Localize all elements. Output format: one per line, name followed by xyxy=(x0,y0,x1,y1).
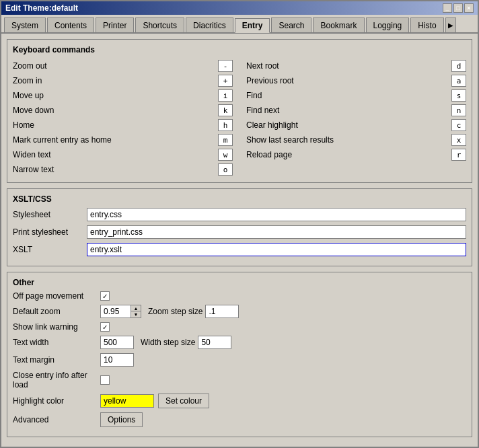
zoom-step-label: Zoom step size xyxy=(148,307,202,316)
show-link-checkbox[interactable]: ✓ xyxy=(100,322,110,332)
main-content: Keyboard commands Zoom out - Zoom in + M… xyxy=(1,34,478,447)
kbd-row-clear-highlight: Clear highlight c xyxy=(246,118,466,133)
keyboard-grid: Zoom out - Zoom in + Move up i Move down… xyxy=(13,59,466,177)
text-margin-row: Text margin xyxy=(13,353,466,367)
kbd-row-narrow: Narrow text o xyxy=(13,162,233,177)
default-zoom-spinner: ▲ ▼ xyxy=(100,305,141,318)
kbd-move-up-label: Move up xyxy=(13,91,218,100)
xslt-css-title: XSLT/CSS xyxy=(13,194,466,204)
highlight-color-row: Highlight color Set colour xyxy=(13,394,466,408)
maximize-button[interactable]: □ xyxy=(453,3,463,13)
kbd-clear-highlight-label: Clear highlight xyxy=(246,120,451,130)
kbd-row-prev-root: Previous root a xyxy=(246,73,466,88)
tab-system[interactable]: System xyxy=(4,17,46,32)
xslt-label: XSLT xyxy=(13,245,87,254)
kbd-home-key[interactable]: h xyxy=(218,119,233,131)
minimize-button[interactable]: _ xyxy=(443,3,452,13)
keyboard-left: Zoom out - Zoom in + Move up i Move down… xyxy=(13,59,233,177)
stylesheet-input[interactable] xyxy=(87,208,466,221)
default-zoom-label: Default zoom xyxy=(13,307,100,316)
spin-buttons: ▲ ▼ xyxy=(131,305,141,318)
advanced-label: Advanced xyxy=(13,415,100,424)
kbd-home-label: Home xyxy=(13,120,218,130)
xslt-input[interactable] xyxy=(87,243,466,256)
text-margin-input[interactable] xyxy=(100,353,134,367)
width-step-input[interactable] xyxy=(198,336,231,349)
kbd-prev-root-key[interactable]: a xyxy=(451,75,466,87)
spin-up-button[interactable]: ▲ xyxy=(131,305,141,311)
kbd-next-root-key[interactable]: d xyxy=(451,60,466,72)
tabs-bar: System Contents Printer Shortcuts Diacri… xyxy=(1,15,478,34)
tab-diacritics[interactable]: Diacritics xyxy=(186,17,233,32)
print-stylesheet-input[interactable] xyxy=(87,225,466,239)
default-zoom-input[interactable] xyxy=(100,305,131,318)
keyboard-section: Keyboard commands Zoom out - Zoom in + M… xyxy=(7,39,472,183)
set-colour-button[interactable]: Set colour xyxy=(158,394,209,408)
kbd-row-find: Find s xyxy=(246,88,466,103)
kbd-narrow-label: Narrow text xyxy=(13,165,218,174)
kbd-find-label: Find xyxy=(246,91,451,100)
tab-search[interactable]: Search xyxy=(271,17,311,32)
tab-histo[interactable]: Histo xyxy=(410,17,443,32)
off-page-checkbox[interactable]: ✓ xyxy=(100,291,110,301)
kbd-mark-home-key[interactable]: m xyxy=(218,134,233,146)
show-link-row: Show link warning ✓ xyxy=(13,322,466,332)
kbd-last-search-key[interactable]: x xyxy=(451,134,466,146)
tab-bookmark[interactable]: Bookmark xyxy=(313,17,364,32)
kbd-reload-label: Reload page xyxy=(246,150,451,159)
kbd-narrow-key[interactable]: o xyxy=(218,163,233,176)
tab-contents[interactable]: Contents xyxy=(47,17,94,32)
tab-more-button[interactable]: ▶ xyxy=(445,17,456,32)
kbd-row-find-next: Find next n xyxy=(246,103,466,118)
kbd-clear-highlight-key[interactable]: c xyxy=(451,119,466,131)
kbd-find-next-label: Find next xyxy=(246,106,451,115)
width-step-label: Width step size xyxy=(141,338,195,347)
titlebar-controls: _ □ × xyxy=(443,3,474,13)
kbd-zoom-in-key[interactable]: + xyxy=(218,75,233,87)
kbd-widen-key[interactable]: w xyxy=(218,149,233,161)
close-button[interactable]: × xyxy=(464,3,474,13)
kbd-last-search-label: Show last search results xyxy=(246,135,451,145)
close-entry-row: Close entry info after load xyxy=(13,371,466,389)
off-page-row: Off page movement ✓ xyxy=(13,291,466,301)
text-width-row: Text width Width step size xyxy=(13,336,466,349)
kbd-reload-key[interactable]: r xyxy=(451,149,466,161)
kbd-find-next-key[interactable]: n xyxy=(451,104,466,116)
highlight-color-controls: Set colour xyxy=(100,394,209,408)
kbd-row-zoom-out: Zoom out - xyxy=(13,59,233,73)
tab-printer[interactable]: Printer xyxy=(96,17,134,32)
highlight-color-label: Highlight color xyxy=(13,396,100,406)
kbd-zoom-out-key[interactable]: - xyxy=(218,60,233,72)
default-zoom-row: Default zoom ▲ ▼ Zoom step size xyxy=(13,305,466,318)
kbd-row-reload: Reload page r xyxy=(246,147,466,162)
tab-entry[interactable]: Entry xyxy=(235,18,270,33)
close-entry-checkbox[interactable] xyxy=(100,375,110,385)
kbd-mark-home-label: Mark current entry as home xyxy=(13,135,218,145)
zoom-step-input[interactable] xyxy=(205,305,239,318)
kbd-row-home: Home h xyxy=(13,118,233,133)
kbd-move-down-key[interactable]: k xyxy=(218,104,233,116)
kbd-row-mark-home: Mark current entry as home m xyxy=(13,133,233,147)
text-width-label: Text width xyxy=(13,338,100,347)
text-width-input[interactable] xyxy=(100,336,134,349)
stylesheet-label: Stylesheet xyxy=(13,210,87,219)
highlight-color-input[interactable] xyxy=(100,394,154,408)
options-button[interactable]: Options xyxy=(100,412,143,427)
tab-logging[interactable]: Logging xyxy=(366,17,410,32)
kbd-prev-root-label: Previous root xyxy=(246,76,451,85)
titlebar: Edit Theme:default _ □ × xyxy=(1,1,478,15)
spin-down-button[interactable]: ▼ xyxy=(131,311,141,318)
off-page-label: Off page movement xyxy=(13,291,100,301)
kbd-row-zoom-in: Zoom in + xyxy=(13,73,233,88)
kbd-next-root-label: Next root xyxy=(246,61,451,71)
keyboard-title: Keyboard commands xyxy=(13,45,466,54)
kbd-row-last-search: Show last search results x xyxy=(246,133,466,147)
print-stylesheet-label: Print stylesheet xyxy=(13,227,87,237)
main-window: Edit Theme:default _ □ × System Contents… xyxy=(0,0,479,448)
tab-shortcuts[interactable]: Shortcuts xyxy=(135,17,184,32)
keyboard-right: Next root d Previous root a Find s Find … xyxy=(246,59,466,177)
kbd-row-widen: Widen text w xyxy=(13,147,233,162)
kbd-widen-label: Widen text xyxy=(13,150,218,159)
kbd-move-up-key[interactable]: i xyxy=(218,89,233,102)
kbd-find-key[interactable]: s xyxy=(451,89,466,102)
